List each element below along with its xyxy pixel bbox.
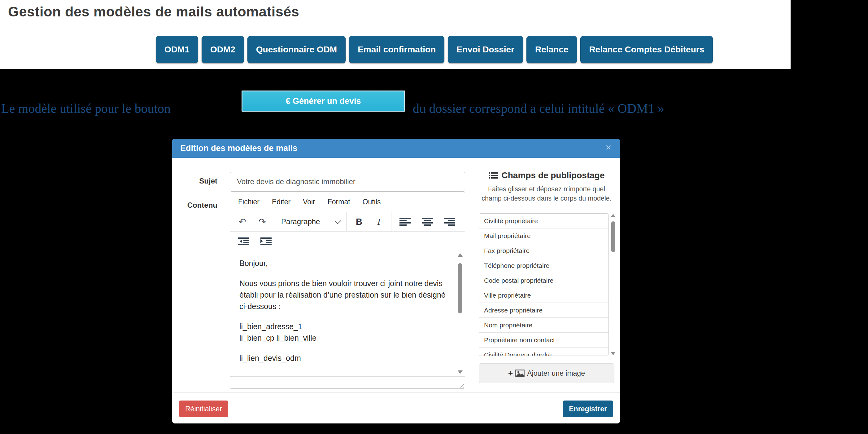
indent-icon: [260, 237, 272, 245]
add-image-label: Ajouter une image: [527, 369, 585, 378]
align-center-button[interactable]: [420, 214, 435, 229]
merge-fields-hint: Faites glisser et déposez n'importe quel…: [479, 185, 614, 203]
rich-text-editor: Fichier Editer Voir Format Outils ↶ ↷ Pa…: [230, 192, 465, 389]
undo-button[interactable]: ↶: [236, 214, 249, 229]
italic-icon: I: [377, 217, 380, 227]
merge-fields-title-text: Champs de publipostage: [502, 171, 605, 180]
align-left-button[interactable]: [398, 214, 412, 229]
rich-text-area[interactable]: Bonjour, Nous vous prions de bien vouloi…: [230, 251, 465, 376]
indent-button[interactable]: [258, 234, 273, 248]
editor-statusbar: [230, 376, 465, 388]
generate-quote-button[interactable]: € Générer un devis: [242, 90, 405, 112]
tab-relance[interactable]: Relance: [526, 36, 577, 63]
outdent-icon: [238, 237, 249, 245]
redo-button[interactable]: ↷: [256, 214, 269, 229]
subject-input[interactable]: [230, 172, 465, 192]
merge-field-mail-proprietaire[interactable]: Mail propriétaire: [479, 229, 609, 243]
chevron-down-icon: [335, 217, 341, 224]
tab-odm2[interactable]: ODM2: [202, 36, 244, 63]
merge-field-code-postal-proprietaire[interactable]: Code postal propriétaire: [479, 273, 609, 288]
merge-fields-scrollbar-thumb[interactable]: [611, 221, 615, 252]
page-title: Gestion des modèles de mails automatisés: [8, 4, 299, 20]
subject-label: Sujet: [182, 177, 217, 185]
align-justify-button[interactable]: [465, 214, 465, 229]
editor-toolbar-row-2: [230, 232, 465, 251]
align-group: [391, 212, 465, 231]
editor-scrollbar[interactable]: [457, 253, 463, 374]
body-line-link: li_lien_devis_odm: [239, 352, 446, 364]
merge-field-nom-proprietaire[interactable]: Nom propriétaire: [479, 318, 609, 332]
tab-questionnaire-odm[interactable]: Questionnaire ODM: [247, 36, 346, 63]
outdent-button[interactable]: [236, 234, 251, 248]
bold-icon: B: [356, 217, 362, 227]
list-icon: [489, 172, 498, 179]
merge-scroll-up-icon[interactable]: [611, 214, 616, 217]
menu-editer[interactable]: Editer: [272, 198, 290, 206]
redo-icon: ↷: [258, 216, 266, 227]
paragraph-style-label: Paragraphe: [281, 217, 320, 226]
merge-fields-list: Civilité propriétaire Mail propriétaire …: [479, 213, 609, 356]
tab-envoi-dossier[interactable]: Envoi Dossier: [448, 36, 523, 63]
tab-relance-comptes-debiteurs[interactable]: Relance Comptes Débiteurs: [580, 36, 713, 63]
tab-odm1[interactable]: ODM1: [156, 36, 198, 63]
merge-fields-scrollbar[interactable]: [611, 214, 616, 355]
merge-scroll-down-icon[interactable]: [611, 352, 616, 355]
merge-field-fax-proprietaire[interactable]: Fax propriétaire: [479, 243, 609, 258]
mail-body-text: Bonjour, Nous vous prions de bien vouloi…: [230, 251, 465, 364]
merge-field-proprietaire-nom-contact[interactable]: Propriétaire nom contact: [479, 332, 609, 348]
body-line-cp-ville: li_bien_cp li_bien_ville: [239, 332, 446, 344]
body-line-address: li_bien_adresse_1: [239, 321, 446, 332]
merge-field-adresse-proprietaire[interactable]: Adresse propriétaire: [479, 303, 609, 318]
align-center-icon: [422, 218, 433, 226]
paragraph-style-select[interactable]: Paragraphe: [275, 212, 346, 231]
resize-handle[interactable]: [458, 382, 464, 387]
caption-before: Le modèle utilisé pour le bouton: [1, 101, 170, 116]
caption-after: du dossier correspond a celui intitulé «…: [413, 101, 664, 116]
indent-group: [230, 232, 280, 251]
undo-icon: ↶: [239, 216, 246, 227]
content-label: Contenu: [182, 201, 217, 209]
add-image-button[interactable]: + Ajouter une image: [479, 363, 614, 383]
merge-field-civilite-proprietaire[interactable]: Civilité propriétaire: [479, 213, 609, 229]
save-button[interactable]: Enregistrer: [563, 401, 613, 417]
modal-header: Edition des modèles de mails ×: [172, 139, 620, 158]
merge-field-telephone-proprietaire[interactable]: Téléphone propriétaire: [479, 258, 609, 273]
align-left-icon: [400, 218, 411, 226]
close-icon[interactable]: ×: [603, 142, 613, 152]
menu-format[interactable]: Format: [328, 198, 350, 206]
menu-voir[interactable]: Voir: [303, 198, 315, 206]
editor-scrollbar-thumb[interactable]: [458, 263, 462, 313]
editor-toolbar-row-1: ↶ ↷ Paragraphe B I: [230, 212, 465, 232]
footer-divider: [172, 393, 620, 393]
italic-button[interactable]: I: [373, 214, 385, 229]
plus-icon: +: [508, 369, 513, 378]
align-right-button[interactable]: [442, 214, 457, 229]
tab-email-confirmation[interactable]: Email confirmation: [349, 36, 444, 63]
scroll-down-icon[interactable]: [458, 371, 463, 374]
template-tabs: ODM1 ODM2 Questionnaire ODM Email confir…: [156, 36, 713, 63]
merge-field-ville-proprietaire[interactable]: Ville propriétaire: [479, 288, 609, 303]
merge-fields-title: Champs de publipostage: [479, 171, 614, 180]
editor-menubar: Fichier Editer Voir Format Outils: [230, 192, 465, 212]
align-right-icon: [444, 218, 455, 226]
merge-field-civilite-donneur-ordre[interactable]: Civilité Donneur d'ordre: [479, 348, 609, 356]
reset-button[interactable]: Réinitialiser: [179, 401, 228, 417]
modal-title: Edition des modèles de mails: [172, 144, 297, 153]
edit-mail-templates-modal: Edition des modèles de mails × Sujet Con…: [172, 139, 620, 424]
top-header: Gestion des modèles de mails automatisés…: [0, 0, 790, 69]
format-group: B I: [346, 212, 391, 231]
bold-button[interactable]: B: [353, 214, 365, 229]
body-greeting: Bonjour,: [239, 258, 446, 269]
body-paragraph: Nous vous prions de bien vouloir trouver…: [239, 278, 446, 312]
scroll-up-icon[interactable]: [458, 253, 463, 257]
history-group: ↶ ↷: [230, 212, 275, 231]
image-icon: [515, 370, 525, 377]
menu-outils[interactable]: Outils: [363, 198, 381, 206]
menu-fichier[interactable]: Fichier: [238, 198, 259, 206]
